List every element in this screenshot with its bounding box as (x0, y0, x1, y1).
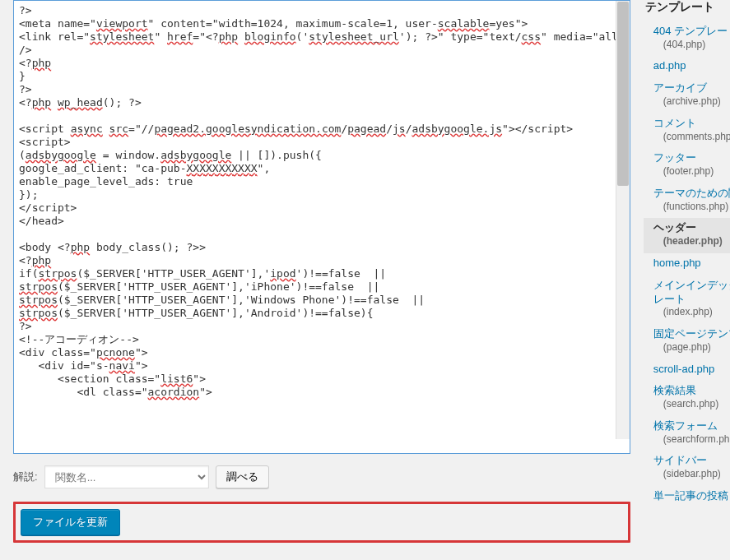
code-line: <?php wp_head(); ?> (19, 96, 625, 109)
template-item[interactable]: scroll-ad.php (644, 359, 730, 382)
template-item[interactable]: サイドバー(sidebar.php) (644, 451, 730, 485)
template-link[interactable]: メインインデックスのレート (653, 279, 730, 307)
template-item[interactable]: フッター(footer.php) (644, 148, 730, 183)
template-item[interactable]: テーマのための関数(functions.php) (644, 183, 730, 218)
template-link[interactable]: home.php (653, 257, 730, 271)
template-filename: (index.php) (653, 306, 730, 319)
code-line: </script> (19, 201, 625, 215)
template-filename: (comments.php) (653, 131, 730, 144)
template-link[interactable]: テーマのための関数 (653, 187, 730, 201)
template-filename: (search.php) (653, 398, 730, 411)
template-link[interactable]: コメント (653, 117, 730, 131)
template-link[interactable]: 固定ページテンプレー (653, 327, 730, 341)
template-link[interactable]: フッター (653, 151, 730, 165)
code-line: <section class="list6"> (19, 373, 625, 386)
template-filename: (sidebar.php) (653, 468, 730, 481)
code-line: </head> (19, 215, 625, 228)
template-filename: (searchform.php) (653, 433, 730, 447)
code-line: <?php (19, 57, 625, 70)
code-line: <div class="pcnone"> (19, 346, 625, 359)
code-line: <link rel="stylesheet" href="<?php blogi… (19, 30, 625, 44)
function-lookup-select[interactable]: 関数名... (44, 465, 209, 488)
code-line: ?> (19, 83, 625, 96)
template-link[interactable]: 404 テンプレート (653, 25, 730, 39)
code-line (19, 228, 625, 241)
template-link[interactable]: scroll-ad.php (653, 363, 730, 377)
code-line: }); (19, 188, 625, 201)
template-filename: (header.php) (653, 235, 730, 248)
template-item[interactable]: アーカイブ(archive.php) (644, 78, 730, 113)
code-line: ?> (19, 4, 625, 17)
code-line: if(strpos($_SERVER['HTTP_USER_AGENT'],'i… (19, 267, 625, 280)
template-filename: (404.php) (653, 39, 730, 52)
scroll-thumb[interactable] (617, 2, 629, 186)
template-item[interactable]: 検索結果(search.php) (644, 381, 730, 415)
code-line: /> (19, 44, 625, 57)
template-filename: (footer.php) (653, 165, 730, 178)
template-item[interactable]: メインインデックスのレート(index.php) (644, 275, 730, 324)
template-link[interactable]: 検索結果 (653, 384, 730, 398)
code-line: <script> (19, 136, 625, 149)
code-line: enable_page_level_ads: true (19, 175, 625, 188)
code-line: <meta name="viewport" content="width=102… (19, 17, 625, 30)
templates-heading: テンプレート (644, 0, 730, 15)
template-link[interactable]: アーカイブ (653, 81, 730, 95)
code-line: <?php (19, 254, 625, 267)
template-item[interactable]: home.php (644, 253, 730, 275)
template-item[interactable]: 検索フォーム(searchform.php) (644, 416, 730, 451)
template-filename: (page.php) (653, 341, 730, 354)
template-filename: (archive.php) (653, 95, 730, 109)
code-line: google_ad_client: "ca-pub-XXXXXXXXXXX", (19, 162, 625, 175)
submit-highlight-box: ファイルを更新 (13, 502, 630, 543)
editor-scrollbar[interactable] (616, 1, 630, 439)
template-link[interactable]: サイドバー (653, 454, 730, 468)
code-line: <!--アコーディオン--> (19, 333, 625, 346)
code-line: (adsbygoogle = window.adsbygoogle || [])… (19, 149, 625, 162)
template-link[interactable]: 検索フォーム (653, 419, 730, 433)
code-line: strpos($_SERVER['HTTP_USER_AGENT'],'iPho… (19, 280, 625, 294)
code-line: <dl class="acordion"> (19, 386, 625, 399)
template-item[interactable]: ヘッダー(header.php) (644, 218, 730, 252)
lookup-label: 解説: (13, 470, 38, 484)
code-line: <body <?php body_class(); ?>> (19, 241, 625, 254)
lookup-button[interactable]: 調べる (216, 465, 269, 488)
template-item[interactable]: コメント(comments.php) (644, 113, 730, 148)
template-item[interactable]: 404 テンプレート(404.php) (644, 21, 730, 56)
code-line: } (19, 70, 625, 83)
template-item[interactable]: 単一記事の投稿 (644, 486, 730, 508)
theme-file-editor[interactable]: ?><meta name="viewport" content="width=1… (13, 0, 630, 454)
template-item[interactable]: ad.php (644, 56, 730, 78)
template-list: 404 テンプレート(404.php)ad.phpアーカイブ(archive.p… (644, 21, 730, 508)
template-item[interactable]: 固定ページテンプレー(page.php) (644, 324, 730, 359)
template-link[interactable]: 単一記事の投稿 (653, 489, 730, 503)
template-name: ヘッダー (653, 221, 730, 235)
template-link[interactable]: ad.php (653, 59, 730, 73)
code-line: <script async src="//pagead2.googlesyndi… (19, 123, 625, 136)
code-line: <div id="s-navi"> (19, 359, 625, 373)
code-line: strpos($_SERVER['HTTP_USER_AGENT'],'Wind… (19, 294, 625, 307)
code-line (19, 109, 625, 123)
code-line: strpos($_SERVER['HTTP_USER_AGENT'],'Andr… (19, 307, 625, 320)
code-line: ?> (19, 320, 625, 333)
template-filename: (functions.php) (653, 201, 730, 214)
update-file-button[interactable]: ファイルを更新 (21, 509, 120, 535)
